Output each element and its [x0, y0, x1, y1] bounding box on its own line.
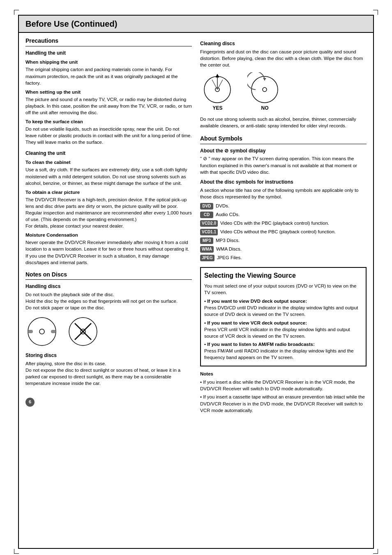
yes-no-container: YES NO: [200, 72, 367, 112]
page-number: 6: [25, 398, 35, 407]
disc-jpeg-text: JPEG Files.: [217, 254, 242, 261]
disc-bad-image: [67, 315, 99, 348]
corner-mark-tl: [14, 10, 19, 15]
storing-discs-title: Storing discs: [25, 352, 192, 359]
disc-symbol-cd: CD Audio CDs.: [200, 211, 367, 218]
right-column: Cleaning discs Fingerprints and dust on …: [200, 37, 367, 415]
when-shipping-text: The original shipping carton and packing…: [25, 66, 192, 86]
handling-unit-title: Handling the unit: [25, 50, 192, 57]
about-symbols-section: About Symbols About the ⊘ symbol display…: [200, 135, 367, 261]
when-setting-text: The picture and sound of a nearby TV, VC…: [25, 96, 192, 116]
notes-section: Notes • If you insert a disc while the D…: [200, 371, 367, 414]
disc-symbol-mp3: MP3 MP3 Discs.: [200, 237, 367, 244]
keep-surface-text: Do not use volatile liquids, such as ins…: [25, 126, 192, 145]
notes-on-discs-title: Notes on Discs: [25, 271, 192, 280]
notes-title: Notes: [200, 371, 367, 377]
selecting-source-intro: You must select one of your output sourc…: [204, 283, 362, 296]
disc-dvd-text: DVDs.: [216, 203, 229, 209]
notes-on-discs-section: Notes on Discs Handling discs Do not tou…: [25, 271, 192, 387]
disc-symbol-dvd: DVD DVDs.: [200, 203, 367, 210]
disc-symbol-vcd1: VCD1.1 Video CDs without the PBC (playba…: [200, 228, 367, 235]
about-symbols-title: About Symbols: [200, 135, 367, 144]
page-title: Before Use (Continued): [25, 18, 367, 30]
badge-jpeg: JPEG: [200, 255, 214, 261]
page-title-bar: Before Use (Continued): [19, 16, 373, 33]
precautions-section: Precautions Handling the unit When shipp…: [25, 37, 192, 146]
disc-cd-text: Audio CDs.: [216, 211, 240, 218]
disc-vcd2-text: Video CDs with the PBC (playback control…: [220, 220, 329, 226]
clear-picture-subtitle: To obtain a clear picture: [25, 189, 192, 196]
keep-surface-subtitle: To keep the surface clean: [25, 118, 192, 125]
svg-point-1: [39, 329, 44, 334]
badge-wma: WMA: [200, 246, 214, 253]
disc-good-image: [25, 315, 58, 348]
disc-symbols-title: About the disc symbols for instructions: [200, 179, 367, 186]
corner-mark-bl: [14, 549, 19, 554]
no-item: NO: [247, 72, 282, 112]
handling-discs-text: Do not touch the playback side of the di…: [25, 291, 192, 311]
yes-item: YES: [200, 72, 235, 112]
disc-symbol-list: DVD DVDs. CD Audio CDs. VCD2.0 Video CDs…: [200, 203, 367, 261]
selecting-source-section: Selecting the Viewing Source You must se…: [200, 267, 367, 366]
svg-line-13: [212, 80, 217, 90]
badge-dvd: DVD: [200, 203, 213, 210]
viewing-source-items: • If you want to view DVD deck output so…: [204, 298, 362, 361]
no-disc-image: [247, 72, 282, 103]
badge-cd: CD: [200, 212, 213, 218]
svg-rect-3: [51, 330, 56, 333]
badge-vcd2: VCD2.0: [200, 220, 218, 227]
yes-disc-image: [200, 72, 235, 103]
svg-line-12: [217, 80, 223, 90]
viewing-source-vcr: • If you want to view VCR deck output so…: [204, 320, 362, 339]
svg-marker-16: [263, 78, 266, 81]
cleaning-discs-section: Cleaning discs Fingerprints and dust on …: [200, 40, 367, 129]
handling-discs-title: Handling discs: [25, 283, 192, 290]
cleaning-discs-title: Cleaning discs: [200, 40, 367, 47]
cleaning-discs-text: Fingerprints and dust on the disc can ca…: [200, 48, 367, 68]
moisture-text: Never operate the DVD/VCR Receiver immed…: [25, 239, 192, 265]
yes-label: YES: [212, 105, 222, 112]
note-1: • If you insert a disc while the DVD/VCR…: [200, 379, 367, 392]
disc-handling-images: [25, 315, 192, 348]
storing-discs-text: After playing, store the disc in its cas…: [25, 360, 192, 387]
symbol-display-text: " ⊘ " may appear on the TV screen during…: [200, 155, 367, 175]
svg-rect-2: [28, 330, 33, 333]
when-shipping-subtitle: When shipping the unit: [25, 59, 192, 65]
badge-vcd1: VCD1.1: [200, 229, 218, 235]
note-2: • If you insert a cassette tape without …: [200, 394, 367, 413]
badge-mp3: MP3: [200, 237, 213, 244]
disc-symbol-wma: WMA WMA Discs.: [200, 246, 367, 253]
viewing-source-radio: • If you want to listen to AM/FM radio b…: [204, 341, 362, 361]
precautions-title: Precautions: [25, 37, 192, 46]
disc-wma-text: WMA Discs.: [216, 246, 242, 252]
disc-vcd1-text: Video CDs without the PBC (playback cont…: [220, 228, 336, 235]
clean-cabinet-text: Use a soft, dry cloth. If the surfaces a…: [25, 166, 192, 186]
selecting-source-title: Selecting the Viewing Source: [204, 271, 362, 280]
solvents-warning: Do not use strong solvents such as alcoh…: [200, 116, 367, 129]
symbol-display-title: About the ⊘ symbol display: [200, 147, 367, 154]
corner-mark-tr: [373, 10, 378, 15]
svg-point-15: [263, 88, 267, 92]
viewing-source-dvd: • If you want to view DVD deck output so…: [204, 298, 362, 318]
left-column: Precautions Handling the unit When shipp…: [25, 37, 192, 415]
clear-picture-text: The DVD/VCR Receiver is a high-tech, pre…: [25, 196, 192, 229]
cleaning-unit-title: Cleaning the unit: [25, 150, 192, 157]
disc-symbols-intro: A section whose title has one of the fol…: [200, 187, 367, 200]
when-setting-subtitle: When setting up the unit: [25, 89, 192, 95]
no-label: NO: [261, 105, 269, 112]
cleaning-unit-section: Cleaning the unit To clean the cabinet U…: [25, 150, 192, 266]
disc-symbol-jpeg: JPEG JPEG Files.: [200, 254, 367, 261]
moisture-subtitle: Moisture Condensation: [25, 232, 192, 238]
disc-symbol-vcd2: VCD2.0 Video CDs with the PBC (playback …: [200, 220, 367, 227]
corner-mark-br: [373, 549, 378, 554]
clean-cabinet-subtitle: To clean the cabinet: [25, 159, 192, 166]
disc-mp3-text: MP3 Discs.: [216, 237, 240, 244]
page-number-area: 6: [25, 394, 192, 407]
